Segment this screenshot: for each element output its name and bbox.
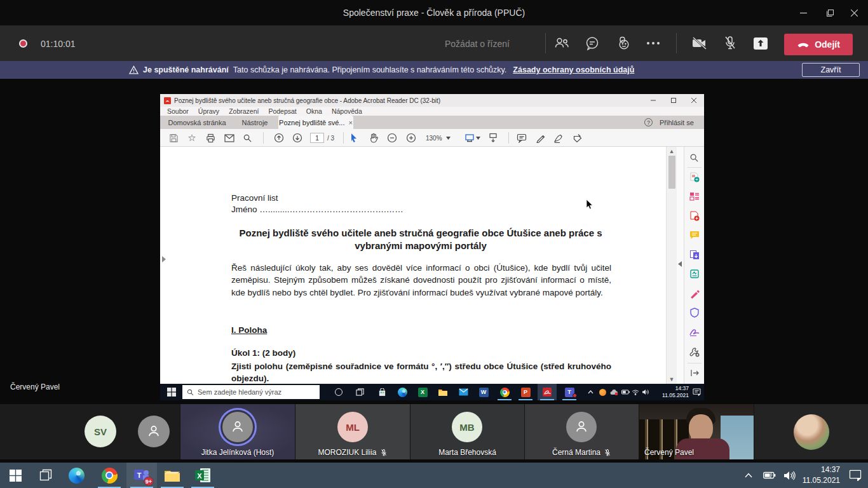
shared-action-center-icon[interactable] [690, 384, 703, 400]
participant-tile-jitka[interactable]: Jitka Jelínková (Host) [180, 404, 295, 459]
shared-start-icon[interactable] [163, 384, 180, 400]
camera-off-icon[interactable] [690, 34, 709, 53]
fit-width-icon[interactable] [464, 132, 475, 144]
request-control-button[interactable]: Požádat o řízení [445, 39, 510, 49]
chat-icon[interactable] [583, 34, 602, 53]
signin-button[interactable]: Přihlásit se [660, 116, 694, 129]
comment-tool-icon[interactable] [516, 132, 527, 144]
minimize-icon[interactable] [789, 0, 817, 25]
page-number-input[interactable]: 1 [310, 133, 324, 143]
participant-tile-partial[interactable] [754, 404, 868, 459]
more-options-icon[interactable] [644, 34, 663, 53]
shared-task-view-icon[interactable] [351, 384, 368, 400]
certificates-icon[interactable] [689, 327, 700, 337]
edge-icon-small[interactable] [394, 384, 410, 400]
banner-close-button[interactable]: Zavřít [802, 63, 860, 77]
excel-taskbar-icon[interactable]: X [187, 463, 218, 488]
menu-podepsat[interactable]: Podepsat [268, 107, 296, 115]
powerpoint-icon-small[interactable]: P [517, 384, 534, 400]
scroll-down-icon[interactable]: ▼ [668, 376, 675, 383]
search-icon[interactable] [241, 132, 253, 144]
participant-tile-marta[interactable]: MB Marta Břehovská [410, 404, 524, 459]
fit-caret-icon[interactable] [475, 132, 481, 144]
participant-avatar-sv[interactable]: SV [85, 416, 116, 447]
chrome-icon-small[interactable] [496, 384, 513, 400]
taskbar-clock[interactable]: 14:37 11.05.2021 [803, 464, 840, 486]
menu-zobrazeni[interactable]: Zobrazení [229, 107, 259, 115]
hand-tool-icon[interactable] [367, 132, 379, 144]
participant-tile-moroziuk[interactable]: ML MOROZIUK Liliia [295, 404, 410, 459]
volume-tray-icon[interactable] [778, 463, 801, 488]
create-pdf-icon[interactable] [689, 210, 700, 221]
shared-clock[interactable]: 14:37 11.05.2021 [662, 385, 689, 398]
mail-icon-small[interactable] [455, 384, 471, 400]
teams-taskbar-icon[interactable]: T 9+ [126, 463, 157, 488]
select-tool-icon[interactable] [348, 132, 360, 144]
close-icon[interactable] [840, 0, 868, 25]
pdf-document-view[interactable]: Pracovní list Jméno ….........…………………………… [160, 147, 704, 384]
acrobat-icon-small[interactable] [538, 384, 557, 400]
edge-taskbar-icon[interactable] [61, 463, 92, 488]
fill-sign-icon[interactable] [689, 288, 700, 299]
reactions-icon[interactable] [613, 34, 632, 53]
menu-napoveda[interactable]: Nápověda [332, 107, 362, 115]
store-icon[interactable] [374, 384, 390, 400]
email-icon[interactable] [224, 132, 235, 144]
sign-tool-icon[interactable] [553, 132, 564, 144]
participants-icon[interactable] [552, 34, 571, 53]
acrobat-minimize-icon[interactable] [644, 94, 662, 107]
cortana-icon[interactable] [330, 384, 347, 400]
task-view-button[interactable] [31, 463, 61, 488]
word-icon-small[interactable]: W [475, 384, 492, 400]
participant-avatar-anonymous[interactable] [138, 416, 170, 447]
privacy-policy-link[interactable]: Zásady ochrany osobních údajů [513, 65, 634, 74]
leave-button[interactable]: Odejít [784, 34, 853, 55]
audio-participants-tile[interactable]: +17 SV [0, 404, 180, 459]
tab-close-icon[interactable]: × [348, 119, 352, 126]
participant-tile-cerna[interactable]: Černá Martina [525, 404, 639, 459]
save-icon[interactable] [168, 132, 179, 144]
protect-pdf-icon[interactable] [689, 307, 700, 318]
tab-tools[interactable]: Nástroje [235, 116, 275, 129]
zoom-in-icon[interactable] [405, 132, 417, 144]
collapse-panel-handle-icon[interactable] [678, 261, 682, 267]
shared-screen[interactable]: Poznej bydliště svého učitele aneb struč… [160, 94, 704, 400]
acrobat-close-icon[interactable] [685, 94, 703, 107]
explorer-taskbar-icon[interactable] [157, 463, 187, 488]
chrome-taskbar-icon[interactable] [94, 463, 125, 488]
menu-upravy[interactable]: Úpravy [198, 107, 219, 115]
stamp-tool-icon[interactable] [572, 132, 583, 144]
zoom-level[interactable]: 130% [426, 135, 442, 142]
comment-panel-icon[interactable] [689, 229, 700, 240]
tab-document[interactable]: Poznej bydliště své... × [278, 116, 353, 129]
panel-search-icon[interactable] [689, 152, 700, 163]
participant-video-tile-pavel[interactable]: Červený Pavel [639, 404, 754, 459]
teams-icon-small[interactable]: T [560, 384, 579, 400]
excel-icon-small[interactable]: X [414, 384, 431, 400]
print-icon[interactable] [205, 132, 216, 144]
next-page-icon[interactable] [292, 132, 303, 144]
menu-okna[interactable]: Okna [306, 107, 322, 115]
more-tools-icon[interactable] [689, 346, 700, 357]
expand-nav-pane-icon[interactable] [161, 256, 166, 262]
previous-page-icon[interactable] [273, 132, 285, 144]
explorer-icon-small[interactable] [435, 384, 451, 400]
scroll-up-icon[interactable]: ▲ [668, 148, 675, 154]
scrolling-mode-icon[interactable] [487, 132, 499, 144]
zoom-caret-icon[interactable] [445, 132, 451, 144]
export-pdf-icon[interactable] [689, 172, 700, 182]
tray-caret-icon[interactable] [585, 384, 596, 400]
share-screen-icon[interactable] [751, 34, 770, 53]
start-button[interactable] [0, 463, 31, 488]
highlight-tool-icon[interactable] [535, 132, 546, 144]
shared-search-box[interactable]: Sem zadejte hledaný výraz [182, 385, 320, 399]
action-center-icon[interactable] [843, 463, 868, 488]
tab-home[interactable]: Domovská stránka [165, 116, 229, 129]
pdf-scrollbar[interactable]: ▲ ▼ [666, 147, 677, 384]
scrollbar-thumb[interactable] [668, 156, 675, 189]
tray-expand-caret-icon[interactable] [737, 463, 760, 488]
acrobat-maximize-icon[interactable] [665, 94, 682, 107]
star-favorites-icon[interactable]: ☆ [186, 132, 198, 144]
help-icon[interactable]: ? [644, 116, 653, 129]
mic-off-icon[interactable] [721, 34, 740, 53]
